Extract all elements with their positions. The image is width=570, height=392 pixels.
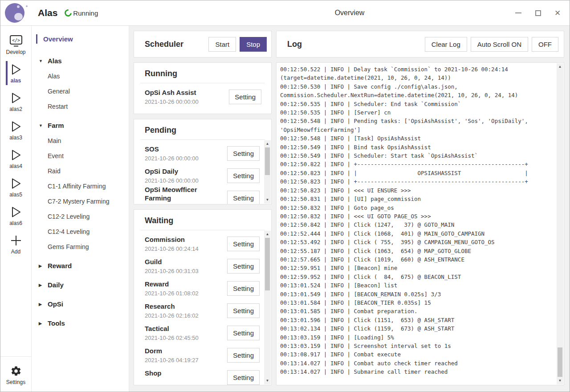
log-line: 00:13:08.917 | INFO | Combat execute	[280, 350, 553, 359]
log-line: 00:12:50.548 | INFO | [Task] OpsiAshAssi…	[280, 134, 553, 143]
rail-item-alas6[interactable]: alas6	[6, 201, 25, 230]
task-info: OpSi Meowfficer Farming	[145, 185, 227, 204]
nav-group-label: Farm	[48, 122, 64, 129]
log-title: Log	[287, 40, 302, 49]
scroll-thumb[interactable]	[265, 238, 270, 290]
scrollbar[interactable]: ▲▼	[264, 231, 271, 384]
log-scroll-thumb[interactable]	[558, 347, 562, 377]
rail-item-alas[interactable]: alas	[6, 59, 25, 87]
setting-button[interactable]: Setting	[227, 168, 260, 183]
nav-item-general[interactable]: General	[32, 84, 129, 99]
setting-button[interactable]: Setting	[227, 370, 260, 385]
task-next-run-time: 2021-10-26 00:00:00	[145, 98, 226, 105]
minimize-button[interactable]	[512, 6, 525, 20]
rail-item-add[interactable]: Add	[6, 230, 25, 258]
nav-item-c7-2-mystery-farming[interactable]: C7-2 Mystery Farming	[32, 194, 129, 209]
log-panel: 00:12:50.522 | INFO | Delay task `Commis…	[276, 62, 564, 385]
task-row: ShopSetting	[134, 366, 271, 385]
rail-item-alas2[interactable]: alas2	[6, 87, 25, 116]
task-row: OpSi Ash Assist2021-10-26 00:00:00Settin…	[134, 86, 271, 108]
nav-item-c1-1-affinity-farming[interactable]: C1-1 Affinity Farming	[32, 179, 129, 194]
scroll-down-icon[interactable]: ▼	[557, 378, 563, 384]
scrollbar[interactable]: ▲▼	[264, 140, 271, 204]
task-name: OpSi Daily	[145, 167, 214, 176]
close-button[interactable]: ✕	[551, 6, 564, 20]
auto-scroll-on-button[interactable]: Auto Scroll ON	[471, 37, 528, 52]
log-line: 00:13:01.549 | INFO | [BEACON_REMAIN 0.0…	[280, 290, 553, 298]
log-line: 00:12:50.535 | INFO | [Server] cn	[280, 108, 553, 117]
scroll-down-icon[interactable]: ▼	[264, 197, 271, 203]
log-line: 00:13:03.159 | INFO | Screenshot interva…	[280, 342, 553, 350]
nav-item-main[interactable]: Main	[32, 133, 129, 148]
setting-button[interactable]: Setting	[227, 326, 260, 340]
scroll-up-icon[interactable]: ▲	[264, 231, 271, 237]
waiting-title: Waiting	[140, 216, 265, 230]
setting-button[interactable]: Setting	[229, 90, 261, 104]
nav-item-raid[interactable]: Raid	[32, 163, 129, 179]
scroll-thumb[interactable]	[265, 147, 270, 175]
nav-item-gems-farming[interactable]: Gems Farming	[32, 239, 129, 254]
setting-button[interactable]: Setting	[227, 348, 260, 363]
task-next-run-time: 2021-10-26 02:45:50	[145, 335, 224, 341]
task-row: Commission2021-10-26 00:24:14Setting	[134, 233, 271, 255]
setting-button[interactable]: Setting	[227, 237, 260, 251]
rail-item-alas4[interactable]: alas4	[6, 144, 25, 173]
nav-menu: Overview ▼AlasAlasGeneralRestart▼FarmMai…	[32, 26, 129, 392]
task-name: OpSi Meowfficer Farming	[145, 185, 214, 203]
task-info: Reward2021-10-26 01:08:02	[145, 280, 227, 297]
nav-group-header-daily[interactable]: ▶Daily	[32, 277, 129, 293]
task-next-run-time	[145, 204, 224, 204]
nav-group-header-reward[interactable]: ▶Reward	[32, 258, 129, 274]
nav-group-header-alas[interactable]: ▼Alas	[32, 53, 129, 69]
log-line: Commission.Scheduler.NextRun=datetime.da…	[280, 91, 553, 99]
rail-item-alas3[interactable]: alas3	[6, 116, 25, 144]
rail-item-settings[interactable]: Settings	[0, 360, 31, 389]
task-info: Research2021-10-26 02:16:02	[145, 302, 227, 319]
scroll-up-icon[interactable]: ▲	[557, 64, 563, 70]
pending-title: Pending	[140, 126, 265, 140]
alas-logo-icon	[5, 3, 24, 23]
nav-item-overview[interactable]: Overview	[32, 34, 129, 44]
setting-button[interactable]: Setting	[227, 146, 260, 161]
instance-rail: </>Developalasalas2alas3alas4alas5alas6A…	[0, 26, 32, 392]
log-scrollbar[interactable]: ▲ ▼	[557, 63, 563, 384]
scroll-down-icon[interactable]: ▼	[264, 378, 271, 384]
task-row: Research2021-10-26 02:16:02Setting	[134, 299, 271, 322]
nav-item-c12-4-leveling[interactable]: C12-4 Leveling	[32, 224, 129, 239]
start-button[interactable]: Start	[208, 37, 236, 52]
chevron-down-icon: ▼	[39, 59, 48, 63]
clear-log-button[interactable]: Clear Log	[425, 37, 467, 52]
rail-item-label: Settings	[6, 379, 25, 385]
task-info: Commission2021-10-26 00:24:14	[145, 235, 227, 252]
maximize-button[interactable]	[531, 6, 545, 20]
nav-group-farm: ▼FarmMainEventRaidC1-1 Affinity FarmingC…	[32, 118, 129, 254]
log-line: 00:12:50.842 | INFO | Click (1247, 37) @…	[280, 220, 553, 229]
rail-item-develop[interactable]: </>Develop	[6, 30, 25, 59]
nav-group-header-opsi[interactable]: ▶OpSi	[32, 296, 129, 312]
nav-item-event[interactable]: Event	[32, 148, 129, 163]
rail-item-label: alas4	[9, 163, 22, 169]
nav-item-c12-2-leveling[interactable]: C12-2 Leveling	[32, 209, 129, 224]
nav-group-header-tools[interactable]: ▶Tools	[32, 315, 129, 331]
log-line: 00:12:52.444 | INFO | Click (1068, 401) …	[280, 229, 553, 238]
setting-button[interactable]: Setting	[227, 303, 260, 318]
task-row: OpSi Meowfficer FarmingSetting	[134, 187, 271, 204]
setting-button[interactable]: Setting	[227, 281, 260, 296]
log-line: (target=datetime.datetime(2021, 10, 26, …	[280, 74, 553, 82]
setting-button[interactable]: Setting	[227, 191, 260, 204]
log-line: 00:13:01.585 | INFO | Combat preparation…	[280, 307, 553, 315]
task-info: OpSi Daily2021-10-26 00:00:00	[145, 167, 227, 184]
setting-button[interactable]: Setting	[227, 259, 260, 274]
rail-item-alas5[interactable]: alas5	[6, 173, 25, 201]
nav-group-label: Alas	[48, 57, 62, 65]
nav-item-alas[interactable]: Alas	[32, 69, 129, 84]
auto-scroll-off-button[interactable]: OFF	[532, 37, 558, 52]
task-info: Dorm2021-10-26 04:19:27	[145, 347, 227, 363]
stop-button[interactable]: Stop	[240, 37, 267, 52]
nav-item-restart[interactable]: Restart	[32, 99, 129, 114]
scroll-up-icon[interactable]: ▲	[264, 141, 271, 147]
nav-group-header-farm[interactable]: ▼Farm	[32, 118, 129, 133]
task-row: Guild2021-10-26 00:31:03Setting	[134, 255, 271, 277]
task-next-run-time: 2021-10-26 00:24:14	[145, 245, 224, 252]
task-next-run-time: 2021-10-26 04:19:27	[145, 357, 224, 363]
